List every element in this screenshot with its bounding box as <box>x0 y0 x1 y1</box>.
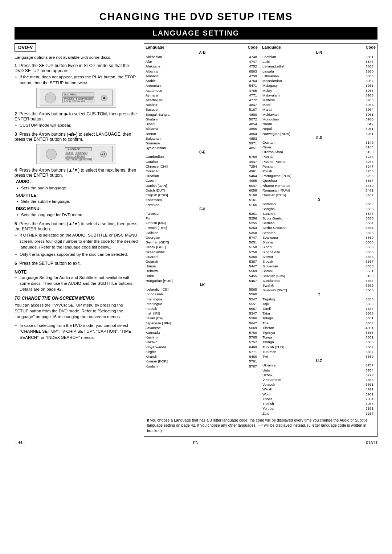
lang-interlingue: Interlingue5551 <box>146 301 259 306</box>
lang-kashmiri: Kashmiri5765 <box>146 335 259 340</box>
lang-col2-header: Code <box>248 45 258 49</box>
lang-shona: Shona6560 <box>262 240 376 245</box>
lang-scots-gaelic: Scots Gaelic5350 <box>262 216 376 221</box>
lang-tonga: Tonga6661 <box>262 335 376 340</box>
lang-assamese: Assamese4765 <box>146 88 259 93</box>
lang-oriya: Oriya6164 <box>262 145 376 149</box>
lang-polish: Polish6258 <box>262 169 376 173</box>
lang-nepali: Nepali6051 <box>262 126 376 131</box>
lang-uzbek: Uzbek6772 <box>262 373 376 377</box>
lang-kirghiz: Kirghiz5771 <box>146 349 259 354</box>
lang-malay: Malay5965 <box>262 88 376 93</box>
lang-col1-header: Language <box>146 45 164 49</box>
lang-maori: Maori5955 <box>262 102 376 107</box>
lang-swahili: Swahili6569 <box>262 283 376 288</box>
lang-dutch: Dutch [DUT]6058 <box>146 188 259 193</box>
lang-wolof: Wolof6961 <box>262 392 376 397</box>
lang-catalan: Catalan4947 <box>146 159 259 164</box>
lang-english: English [ENG]5160 <box>146 193 259 197</box>
lang-irish: Irish [IRI]5347 <box>146 311 259 316</box>
lang-singhalese: Singhalese6555 <box>262 250 376 254</box>
lang-slovenian: Slovenian6558 <box>262 264 376 268</box>
lang-bashkir: Bashkir4847 <box>146 102 259 107</box>
lang-afrikaans: Afrikaans4752 <box>146 64 259 69</box>
lang-ukrainian: Ukrainian6757 <box>262 363 376 368</box>
lang-twi: Twi6669 <box>262 354 376 359</box>
lang-macedonian: Macedonian5957 <box>262 78 376 83</box>
lang-french: French [FRE]5264 <box>146 225 259 230</box>
lang-xhosa: Xhosa7054 <box>262 397 376 401</box>
lang-laothian: Laothian5861 <box>262 54 376 59</box>
step-5: 5 Press the Arrow buttons (▲/▼) to selec… <box>15 221 138 257</box>
lang-amharic: Amharic4759 <box>146 74 259 78</box>
lang-abkhazian: Abkhazian4748 <box>146 54 259 59</box>
lang-corsican: Corsican4961 <box>146 169 259 173</box>
audio-desc: Sets the audio language. <box>16 185 138 191</box>
lang-basque: Basque5167 <box>146 107 259 112</box>
lang-albanian: Albanian6563 <box>146 69 259 74</box>
lang-col3-header: Language <box>262 45 281 49</box>
lang-oromo: Oromo(Afan)6159 <box>262 149 376 154</box>
lang-russian: Russian [RUS]6467 <box>262 193 376 197</box>
lang-rhaeto: Rhaeto-Romance6459 <box>262 183 376 188</box>
lang-byelorussian: Byelorussian4851 <box>146 145 259 150</box>
lang-swedish: Swedish [SWE]6568 <box>262 288 376 292</box>
table-footer-note: If you choose a Language that has a 3 le… <box>146 416 376 435</box>
disc-menu-desc: Sets the language for DVD menu. <box>16 212 138 218</box>
lang-moldavian: Moldavian5961 <box>262 112 376 117</box>
lang-hindi: Hindi5455 <box>146 274 259 278</box>
lang-sanskrit: Sanskrit6547 <box>262 211 376 216</box>
lang-azerbaijani: Azerbaijani4772 <box>146 98 259 102</box>
lang-javanese: Javanese5669 <box>146 325 259 330</box>
lang-telugu: Telugu6651 <box>262 316 376 320</box>
lang-chinese: Chinese [CHI]7254 <box>146 164 259 169</box>
lang-col4-header: Code <box>366 45 376 49</box>
lang-inupiak: Inupiak5557 <box>146 306 259 311</box>
page-footer: – 44 – EN 01A11 <box>15 440 377 445</box>
lang-esperanto: Esperanto5161 <box>146 197 259 202</box>
lang-interlingua: Interlingua5547 <box>146 297 259 301</box>
lang-occitan: Occitan6149 <box>262 140 376 145</box>
lang-galician: Galician5358 <box>146 230 259 235</box>
lang-gujarati: Gujarati5367 <box>146 259 259 264</box>
left-lang-column: A-B Abkhazian4748 Afar4747 Afrikaans4752… <box>146 50 261 416</box>
lang-marathi: Marathi5964 <box>262 107 376 112</box>
lang-afar: Afar4747 <box>146 59 259 64</box>
lang-norwegian: Norwegian [NOR]6061 <box>262 131 376 136</box>
lang-kannada: Kannada5760 <box>146 330 259 335</box>
lang-serbo-croatian: Serbo-Croatian6554 <box>262 225 376 230</box>
to-change-section: TO CHANGE THE ON-SCREEN MENUS You can ac… <box>15 296 138 340</box>
lang-pashto: Pashto;Pushto6265 <box>262 159 376 164</box>
lang-hungarian: Hungarian [HUN]5467 <box>146 278 259 283</box>
device-diagram-1: DVD MENU TV MODE 4:3 LETTER BOXDOLBY DIG… <box>36 88 116 108</box>
lang-samoan: Samoan6559 <box>262 201 376 206</box>
step-1: 1 Press the SETUP button twice in STOP m… <box>15 63 138 108</box>
lang-tamil: Tamil6647 <box>262 306 376 311</box>
lang-kinyarwanda: Kinyarwanda6469 <box>146 345 259 349</box>
lang-spanish: Spanish [SPA]5165 <box>262 274 376 278</box>
lang-romanian: Romanian [RUM]6461 <box>262 188 376 193</box>
dvd-badge: DVD-V <box>15 43 36 52</box>
left-column: DVD-V Language options are not available… <box>15 43 138 342</box>
right-lang-column: L-N Laothian5861 Latin5847 Latvian;Letti… <box>261 50 376 416</box>
language-table: Language Code Language Code A-B Abkhazia… <box>144 43 377 437</box>
lang-bihari: Bihari4854 <box>146 122 259 126</box>
lang-armenian: Armenian5471 <box>146 83 259 88</box>
lang-cambodian: Cambodian5759 <box>146 154 259 159</box>
lang-setswana: Setswana6660 <box>262 235 376 240</box>
lang-estonian: Estonian5166 <box>146 202 259 207</box>
lang-tsonga: Tsonga6665 <box>262 340 376 344</box>
lang-fiji: Fiji5256 <box>146 216 259 221</box>
lang-persian: Persian5247 <box>262 164 376 169</box>
lang-japanese: Japanese [JPN]5647 <box>146 321 259 325</box>
lang-indonesian: Indonesian5560 <box>146 292 259 296</box>
footer-lang: EN <box>193 440 199 445</box>
step-2: 2 Press the Arrow button ▶ to select CUS… <box>15 111 138 128</box>
lang-lithuanian: Lithuanian5866 <box>262 74 376 78</box>
lang-kazakh: Kazakh5757 <box>146 340 259 344</box>
lang-portuguese: Portuguese [POR]6266 <box>262 173 376 178</box>
lang-urdu: Urdu6764 <box>262 368 376 373</box>
note-section: NOTE Language Setting for Audio and Subt… <box>15 270 138 292</box>
lang-latin: Latin5847 <box>262 59 376 64</box>
lang-finnish: Finnish [FIN]5255 <box>146 221 259 225</box>
